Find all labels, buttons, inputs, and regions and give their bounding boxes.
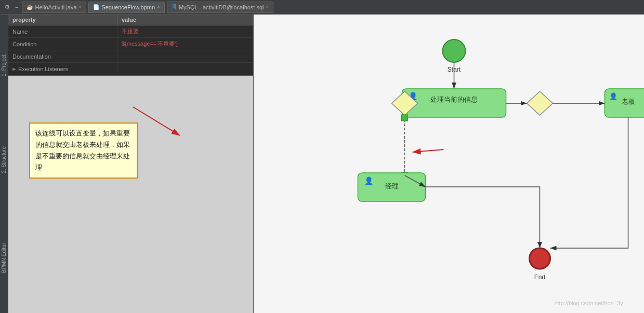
prop-value-condition[interactable]: ${message=='不重要'}	[117, 38, 253, 50]
tab-bpmn-close[interactable]: ×	[157, 4, 160, 10]
svg-rect-13	[402, 115, 408, 121]
bpmn-file-icon: 📄	[93, 4, 99, 10]
prop-key-condition: Condition	[8, 38, 117, 50]
label-structure[interactable]: 2. Structure	[0, 144, 8, 175]
tab-bar: ⚙ − ☕ HelloActiviti.java × 📄 SequenceFlo…	[0, 0, 644, 15]
annotation-area: 该连线可以设置变量，如果重要的信息就交由老板来处理，如果是不重要的信息就交由经理…	[8, 76, 253, 313]
label-bpmn-editor[interactable]: BPMN Editor	[0, 241, 8, 275]
svg-text:👤: 👤	[364, 176, 374, 185]
svg-text:老板: 老板	[622, 98, 635, 105]
tab-sql-label: MySQL - activitiDB@localhost.sql	[179, 4, 264, 10]
tab-java-label: HelloActiviti.java	[35, 4, 76, 10]
prop-value-documentation[interactable]	[117, 50, 253, 62]
svg-text:👤: 👤	[609, 92, 618, 101]
start-event	[443, 39, 466, 62]
annotation-tooltip: 该连线可以设置变量，如果重要的信息就交由老板来处理，如果是不重要的信息就交由经理…	[29, 123, 138, 179]
prop-row-name[interactable]: Name 不重要	[8, 25, 253, 38]
end-label: End	[534, 274, 545, 281]
tab-bpmn[interactable]: 📄 SequenceFlow.bpmn ×	[88, 2, 165, 13]
prop-key-documentation: Documentation	[8, 50, 117, 62]
watermark-text: http://blog.csdn.net/hon_3y	[554, 300, 623, 306]
prop-row-execution-listeners[interactable]: ▶ Execution Listeners	[8, 63, 253, 75]
gateway-right	[527, 91, 553, 115]
prop-key-name: Name	[8, 25, 117, 37]
java-file-icon: ☕	[27, 4, 33, 10]
prop-value-execution-listeners[interactable]	[117, 63, 253, 75]
task1-label: 处理当前的信息	[430, 96, 478, 103]
properties-panel: property value Name 不重要 Condition ${mess…	[8, 15, 253, 76]
expand-arrow-icon: ▶	[12, 66, 16, 72]
tab-java[interactable]: ☕ HelloActiviti.java ×	[22, 2, 86, 13]
tab-sql[interactable]: 🗄 MySQL - activitiDB@localhost.sql ×	[167, 2, 273, 13]
label-project[interactable]: 1. Project	[0, 52, 8, 78]
properties-header: property value	[8, 15, 253, 25]
left-edge-labels: 1. Project 2. Structure BPMN Editor	[0, 15, 8, 313]
svg-line-15	[413, 149, 444, 152]
minus-icon[interactable]: −	[14, 4, 20, 11]
end-event	[530, 248, 550, 269]
settings-icon[interactable]: ⚙	[3, 3, 11, 11]
bpmn-diagram: Start 👤 处理当前的信息	[254, 15, 644, 313]
svg-line-1	[133, 107, 180, 135]
col-property: property	[8, 15, 117, 25]
tab-bpmn-label: SequenceFlow.bpmn	[101, 4, 155, 10]
sql-file-icon: 🗄	[172, 4, 177, 10]
prop-key-execution-listeners: ▶ Execution Listeners	[8, 63, 117, 75]
prop-value-name[interactable]: 不重要	[117, 25, 253, 37]
tab-java-close[interactable]: ×	[79, 4, 82, 10]
annotation-text: 该连线可以设置变量，如果重要的信息就交由老板来处理，如果是不重要的信息就交由经理…	[35, 129, 130, 171]
prop-row-documentation[interactable]: Documentation	[8, 50, 253, 63]
col-value: value	[117, 15, 253, 25]
tab-sql-close[interactable]: ×	[266, 4, 269, 10]
task-manager-label: 经理	[385, 182, 399, 190]
prop-row-condition[interactable]: Condition ${message=='不重要'}	[8, 38, 253, 50]
bpmn-canvas-area[interactable]: Start 👤 处理当前的信息	[254, 15, 644, 313]
